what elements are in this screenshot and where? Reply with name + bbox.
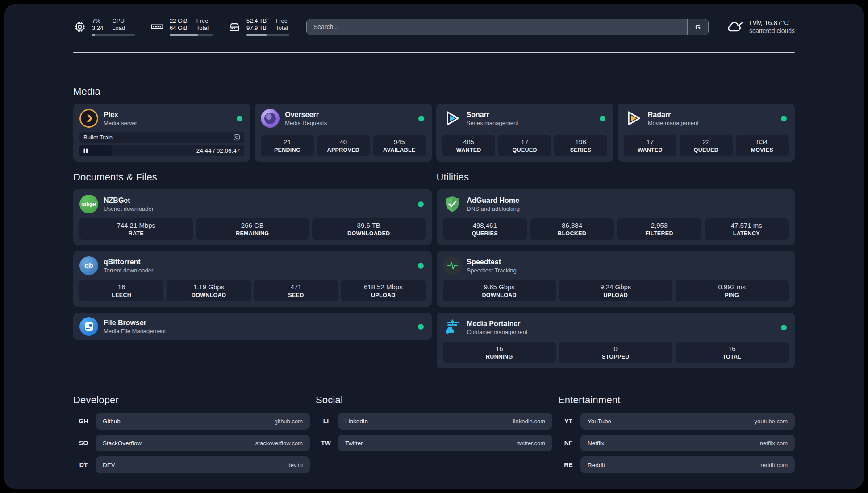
service-subtitle: Media File Management bbox=[104, 328, 166, 334]
service-subtitle: Movie management bbox=[648, 120, 699, 126]
service-card-radarr[interactable]: Radarr Movie management 17WANTED 22QUEUE… bbox=[618, 104, 795, 162]
stat-movies: 834MOVIES bbox=[736, 135, 789, 156]
search-input[interactable] bbox=[306, 19, 709, 35]
memory-total-label: Total bbox=[196, 25, 209, 32]
disk-free: 52.4 TB bbox=[246, 17, 267, 25]
stat-rate: 744.21 MbpsRATE bbox=[79, 218, 193, 240]
stat-ping: 0.993 msPING bbox=[676, 280, 789, 301]
status-online-dot bbox=[781, 325, 787, 330]
status-online-dot bbox=[418, 263, 424, 269]
service-card-portainer[interactable]: Media Portainer Container management 16R… bbox=[437, 313, 795, 368]
bookmark-dev[interactable]: DT DEVdev.to bbox=[73, 456, 310, 473]
bookmark-stackoverflow[interactable]: SO StackOverflowstackoverflow.com bbox=[73, 435, 310, 451]
disk-total: 97.9 TB bbox=[246, 25, 267, 32]
cpu-progress-fill bbox=[92, 34, 95, 36]
stat-blocked: 86,384BLOCKED bbox=[530, 218, 614, 240]
bookmark-linkedin[interactable]: LI LinkedInlinkedin.com bbox=[316, 413, 552, 430]
stat-pending: 21PENDING bbox=[261, 135, 313, 156]
section-developer: Developer GH Githubgithub.com SO StackOv… bbox=[73, 394, 310, 478]
section-title-entertainment: Entertainment bbox=[558, 394, 795, 406]
service-card-speedtest[interactable]: Speedtest Speedtest Tracking 9.65 GbpsDO… bbox=[437, 251, 795, 307]
status-online-dot bbox=[781, 116, 787, 121]
search-bar: G bbox=[306, 19, 709, 35]
sonarr-icon bbox=[442, 109, 461, 128]
adguard-icon bbox=[443, 195, 462, 213]
memory-stat: 22 GiB 64 GiB Free Total bbox=[150, 17, 213, 36]
service-title: qBittorrent bbox=[104, 258, 153, 266]
section-title-utilities: Utilities bbox=[437, 171, 795, 183]
stat-available: 945AVAILABLE bbox=[373, 135, 426, 156]
bookmark-github[interactable]: GH Githubgithub.com bbox=[73, 413, 310, 430]
plex-now-playing: Bullet Train bbox=[79, 132, 244, 143]
disk-progress-track bbox=[246, 34, 289, 36]
cpu-stat: 7% 3.24 CPU Load bbox=[73, 17, 135, 36]
service-subtitle: Media server bbox=[104, 120, 137, 126]
status-online-dot bbox=[418, 116, 424, 121]
service-card-filebrowser[interactable]: File Browser Media File Management bbox=[73, 313, 432, 340]
weather-condition: scattered clouds bbox=[749, 27, 795, 35]
stat-approved: 40APPROVED bbox=[317, 135, 370, 156]
status-online-dot bbox=[600, 116, 605, 121]
status-online-dot bbox=[418, 201, 424, 207]
portainer-icon bbox=[443, 318, 462, 337]
stat-queries: 498,461QUERIES bbox=[443, 218, 527, 240]
topbar: 7% 3.24 CPU Load bbox=[73, 16, 795, 38]
section-documents-files: Documents & Files nzbget NZBGet Usenet d… bbox=[73, 171, 432, 368]
stat-running: 16RUNNING bbox=[443, 342, 556, 363]
bookmark-url: twitter.com bbox=[517, 440, 545, 447]
service-title: NZBGet bbox=[104, 196, 154, 205]
search-provider-button[interactable]: G bbox=[687, 19, 709, 35]
cpu-label: CPU bbox=[112, 17, 125, 25]
service-card-qbittorrent[interactable]: qb qBittorrent Torrent downloader 16LEEC… bbox=[73, 251, 432, 307]
stat-leech: 16LEECH bbox=[79, 280, 163, 301]
section-title-developer: Developer bbox=[73, 394, 310, 406]
service-card-nzbget[interactable]: nzbget NZBGet Usenet downloader 744.21 M… bbox=[73, 189, 432, 245]
section-entertainment: Entertainment YT YouTubeyoutube.com NF N… bbox=[558, 394, 795, 478]
section-utilities: Utilities AdGuard Home DNS and adblockin… bbox=[437, 171, 795, 368]
bookmark-name: Reddit bbox=[588, 462, 605, 468]
cpu-load-label: Load bbox=[112, 25, 125, 32]
dashboard-panel: 7% 3.24 CPU Load bbox=[4, 4, 864, 489]
cpu-loadavg: 3.24 bbox=[92, 25, 103, 32]
now-playing-player-icon bbox=[234, 134, 240, 141]
bookmark-url: github.com bbox=[274, 418, 303, 425]
playback-time: 24:44 / 02:06:47 bbox=[196, 145, 240, 156]
service-card-overseerr[interactable]: Overseerr Media Requests 21PENDING 40APP… bbox=[255, 104, 432, 162]
service-card-adguard[interactable]: AdGuard Home DNS and adblocking 498,461Q… bbox=[437, 189, 795, 245]
pause-icon[interactable] bbox=[83, 147, 88, 155]
bookmark-youtube[interactable]: YT YouTubeyoutube.com bbox=[558, 413, 795, 430]
bookmark-netflix[interactable]: NF Netflixnetflix.com bbox=[558, 435, 795, 451]
section-media: Media Plex Media server Bullet Train bbox=[73, 86, 795, 162]
disk-stat: 52.4 TB 97.9 TB Free Total bbox=[228, 17, 289, 36]
service-card-sonarr[interactable]: Sonarr Series management 485WANTED 17QUE… bbox=[436, 104, 613, 162]
memory-icon bbox=[150, 20, 164, 33]
section-title-documents: Documents & Files bbox=[73, 171, 432, 183]
bookmark-abbr: LI bbox=[316, 413, 336, 430]
service-title: Plex bbox=[104, 111, 137, 119]
stat-queued: 22QUEUED bbox=[680, 135, 732, 156]
stat-total: 16TOTAL bbox=[676, 342, 789, 363]
bookmark-reddit[interactable]: RE Redditreddit.com bbox=[558, 456, 795, 473]
bookmark-url: reddit.com bbox=[760, 462, 788, 468]
qbittorrent-icon: qb bbox=[79, 256, 98, 275]
stat-stopped: 0STOPPED bbox=[559, 342, 672, 363]
service-title: Speedtest bbox=[467, 258, 517, 266]
bookmark-name: DEV bbox=[103, 462, 115, 468]
memory-free-label: Free bbox=[196, 17, 209, 25]
now-playing-title: Bullet Train bbox=[83, 134, 113, 141]
service-subtitle: DNS and adblocking bbox=[467, 205, 520, 212]
memory-progress-fill bbox=[170, 34, 198, 36]
bookmark-name: Github bbox=[103, 418, 121, 425]
service-card-plex[interactable]: Plex Media server Bullet Train bbox=[73, 104, 250, 162]
service-subtitle: Speedtest Tracking bbox=[467, 267, 517, 274]
service-subtitle: Torrent downloader bbox=[104, 267, 153, 274]
stat-download: 1.19 GbpsDOWNLOAD bbox=[167, 280, 250, 301]
bookmark-twitter[interactable]: TW Twittertwitter.com bbox=[316, 435, 552, 451]
status-online-dot bbox=[237, 116, 242, 121]
cloud-icon bbox=[726, 18, 743, 35]
stat-filtered: 2,953FILTERED bbox=[617, 218, 701, 240]
service-title: AdGuard Home bbox=[467, 196, 520, 205]
stat-download: 9.65 GbpsDOWNLOAD bbox=[443, 280, 556, 301]
section-social: Social LI LinkedInlinkedin.com TW Twitte… bbox=[316, 394, 552, 478]
service-title: File Browser bbox=[104, 319, 166, 327]
